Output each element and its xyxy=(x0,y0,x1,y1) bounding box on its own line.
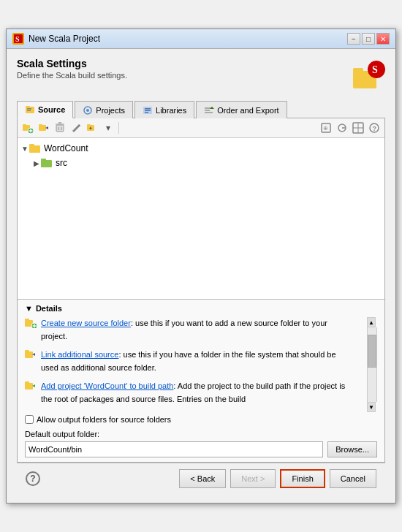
details-header-label: Details xyxy=(36,304,62,313)
link-source-link[interactable]: Link additional source xyxy=(41,350,118,359)
help-icon[interactable]: ? xyxy=(26,471,40,486)
remove-button[interactable] xyxy=(53,121,67,135)
svg-rect-8 xyxy=(27,108,31,110)
scala-logo: S xyxy=(350,58,385,93)
svg-rect-21 xyxy=(23,124,26,126)
order-tab-icon xyxy=(204,105,214,115)
main-panel: ✦ ▾ ⊕ xyxy=(17,118,385,463)
details-item-create: Create new source folder: use this if yo… xyxy=(25,317,354,343)
default-output-label: Default output folder: xyxy=(25,430,377,438)
svg-point-11 xyxy=(86,109,89,112)
scroll-arrow-down[interactable]: ▼ xyxy=(367,402,376,412)
details-item-link: Link additional source: use this if you … xyxy=(25,349,354,374)
section-header: Scala Settings Define the Scala build se… xyxy=(17,58,385,93)
finish-button[interactable]: Finish xyxy=(280,469,325,488)
source-tree[interactable]: ▼ WordCount ▶ xyxy=(18,138,384,299)
main-window: S New Scala Project − □ ✕ Scala Settings… xyxy=(6,28,396,503)
maximize-button[interactable]: □ xyxy=(362,33,375,45)
tab-source-label: Source xyxy=(38,105,65,114)
tree-item-wordcount[interactable]: ▼ WordCount xyxy=(18,141,384,156)
scroll-arrow-up[interactable]: ▲ xyxy=(367,317,376,327)
svg-rect-15 xyxy=(145,112,148,113)
svg-rect-14 xyxy=(145,110,151,111)
details-item-addproject-text: Add project 'WordCount' to build path: A… xyxy=(41,380,354,406)
tree-item-src[interactable]: ▶ src xyxy=(18,156,384,170)
details-item-add-project: Add project 'WordCount' to build path: A… xyxy=(25,380,354,406)
create-source-icon xyxy=(25,318,37,330)
cancel-button[interactable]: Cancel xyxy=(330,469,376,488)
section-header-text: Scala Settings Define the Scala build se… xyxy=(17,58,127,80)
scroll-track xyxy=(367,327,377,402)
tab-projects-label: Projects xyxy=(96,106,125,115)
details-item-link-text: Link additional source: use this if you … xyxy=(41,349,354,374)
svg-rect-17 xyxy=(205,110,210,111)
tree-expand-wordcount[interactable]: ▼ xyxy=(20,144,29,153)
svg-rect-7 xyxy=(26,106,30,108)
tab-libraries[interactable]: Libraries xyxy=(134,101,194,118)
title-bar: S New Scala Project − □ ✕ xyxy=(7,29,395,49)
create-source-link[interactable]: Create new source folder xyxy=(41,319,131,327)
allow-output-checkbox[interactable] xyxy=(25,415,34,424)
details-expand-icon[interactable]: ▼ xyxy=(25,304,33,313)
svg-rect-47 xyxy=(41,159,46,162)
window-icon: S xyxy=(12,33,24,45)
tree-item-wordcount-label: WordCount xyxy=(44,143,88,153)
tab-order[interactable]: Order and Export xyxy=(196,101,287,118)
projects-tab-icon xyxy=(83,105,93,115)
add-project-link[interactable]: Add project 'WordCount' to build path xyxy=(41,381,173,390)
scroll-thumb xyxy=(368,335,376,368)
title-bar-controls: − □ ✕ xyxy=(347,33,390,45)
tab-order-label: Order and Export xyxy=(217,106,278,115)
browse-button[interactable]: Browse... xyxy=(327,441,377,457)
details-item-create-text: Create new source folder: use this if yo… xyxy=(41,317,354,343)
svg-rect-3 xyxy=(353,68,363,72)
svg-rect-54 xyxy=(25,350,29,353)
title-bar-left: S New Scala Project xyxy=(12,33,100,45)
svg-rect-26 xyxy=(39,124,42,126)
tree-expand-src[interactable]: ▶ xyxy=(32,159,41,167)
src-folder-icon xyxy=(41,157,53,169)
svg-rect-9 xyxy=(27,110,31,112)
link-source-icon xyxy=(25,349,37,361)
details-header: ▼ Details xyxy=(25,304,377,313)
svg-rect-45 xyxy=(29,144,34,147)
output-row: Browse... xyxy=(25,441,377,457)
tab-projects[interactable]: Projects xyxy=(75,101,133,118)
libraries-tab-icon xyxy=(143,105,153,115)
svg-text:S: S xyxy=(15,35,20,43)
output-folder-input[interactable] xyxy=(25,441,323,457)
window-title: New Scala Project xyxy=(29,34,100,44)
details-scrollbar: ▲ ▼ xyxy=(367,317,377,412)
back-button[interactable]: < Back xyxy=(179,469,226,488)
source-tab-icon xyxy=(25,104,35,115)
svg-rect-27 xyxy=(56,125,64,132)
configure-button[interactable]: ✦ xyxy=(85,121,99,135)
close-button[interactable]: ✕ xyxy=(376,33,390,45)
dropdown-button[interactable]: ▾ xyxy=(101,121,115,135)
source-toolbar: ✦ ▾ ⊕ xyxy=(18,118,384,138)
add-project-icon xyxy=(25,381,37,392)
svg-text:✦: ✦ xyxy=(88,126,93,131)
bottom-bar: ? < Back Next > Finish Cancel xyxy=(17,463,385,494)
svg-rect-49 xyxy=(25,319,29,322)
wordcount-folder-icon xyxy=(29,142,41,154)
tab-libraries-label: Libraries xyxy=(156,106,186,115)
edit-button[interactable] xyxy=(69,121,83,135)
section-title: Scala Settings xyxy=(17,58,127,69)
help-button[interactable]: ? xyxy=(367,121,382,135)
details-section: ▼ Details xyxy=(18,299,384,462)
toolbar-right1-button[interactable]: ⊕ xyxy=(319,121,333,135)
svg-rect-18 xyxy=(205,112,213,113)
add-folder-button[interactable] xyxy=(20,121,35,135)
toolbar-right3-button[interactable] xyxy=(351,121,365,135)
details-content: Create new source folder: use this if yo… xyxy=(25,317,367,412)
allow-output-row: Allow output folders for source folders xyxy=(25,415,377,424)
toolbar-right2-button[interactable] xyxy=(335,121,349,135)
toolbar-separator-1 xyxy=(118,122,119,134)
tab-source[interactable]: Source xyxy=(17,101,73,118)
add-linked-button[interactable] xyxy=(37,121,51,135)
minimize-button[interactable]: − xyxy=(347,33,360,45)
tabs: Source Projects Libraries xyxy=(17,100,385,118)
next-button[interactable]: Next > xyxy=(230,469,276,488)
svg-text:?: ? xyxy=(373,125,377,132)
